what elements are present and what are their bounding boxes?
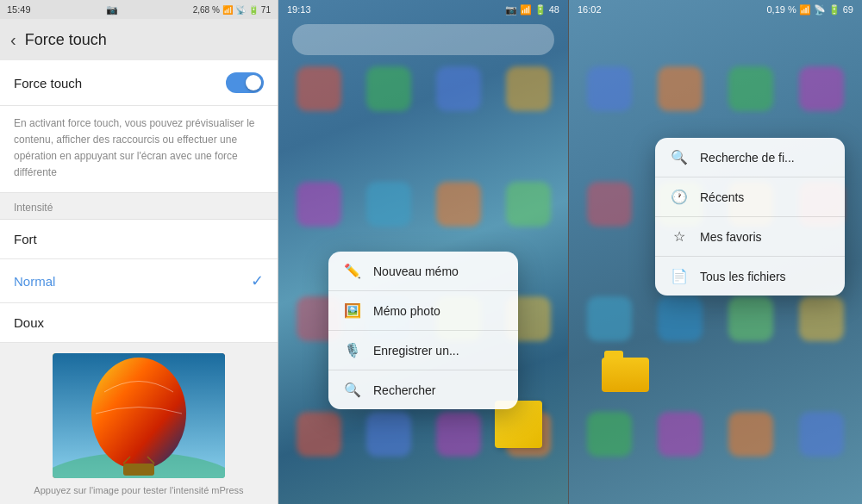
- intensity-section-header: Intensité: [0, 193, 278, 220]
- context-menu-p2: ✏️ Nouveau mémo 🖼️ Mémo photo 🎙️ Enregis…: [328, 252, 518, 409]
- app-icon[interactable]: [587, 296, 632, 341]
- description-block: En activant force touch, vous pouvez pré…: [0, 106, 278, 193]
- search-icon-p3: 🔍: [671, 149, 688, 165]
- app-icon[interactable]: [728, 412, 773, 457]
- app-icon[interactable]: [587, 182, 632, 227]
- option-fort-label: Fort: [14, 232, 37, 246]
- context-item-nouveau-memo[interactable]: ✏️ Nouveau mémo: [328, 252, 518, 291]
- folder-body: [602, 358, 649, 392]
- preview-area[interactable]: Appuyez sur l'image pour tester l'intens…: [0, 343, 278, 504]
- signal-p3: 📡: [814, 4, 826, 16]
- context-item-recents[interactable]: 🕐 Récents: [655, 177, 845, 217]
- app-screen-panel: 19:13 📷 📶 🔋 48 ✏️ Nouveau mémo: [278, 0, 569, 504]
- option-normal-label: Normal: [14, 274, 55, 289]
- camera-icon: 📷: [106, 4, 118, 16]
- context-item-mes-favoris[interactable]: ☆ Mes favoris: [655, 217, 845, 257]
- svg-point-2: [91, 358, 186, 470]
- battery-level-p3: 69: [843, 4, 853, 15]
- force-touch-toggle-row[interactable]: Force touch: [0, 60, 278, 106]
- signal-icon: 📡: [235, 5, 246, 15]
- app-icon[interactable]: [587, 66, 632, 111]
- search-icon-p2: 🔍: [344, 382, 361, 398]
- wifi-p2: 📶: [520, 4, 532, 16]
- star-icon: ☆: [671, 228, 688, 245]
- force-touch-label: Force touch: [14, 76, 82, 90]
- preview-image[interactable]: [53, 353, 225, 478]
- context-label-recherche-fi: Recherche de fi...: [700, 151, 795, 165]
- app-icon[interactable]: [436, 412, 481, 457]
- description-text: En activant force touch, vous pouvez pré…: [14, 117, 254, 178]
- option-doux-label: Doux: [14, 315, 44, 330]
- edit-icon: ✏️: [344, 263, 361, 279]
- mic-icon: 🎙️: [344, 342, 361, 358]
- wifi-icon: 📶: [222, 5, 233, 15]
- battery-icon: 🔋: [248, 5, 259, 15]
- app-icon[interactable]: [658, 66, 703, 111]
- battery-level-p1: 71: [261, 5, 271, 15]
- yellow-folder-icon[interactable]: [602, 351, 649, 392]
- context-item-tous-fichiers[interactable]: 📄 Tous les fichiers: [655, 257, 845, 296]
- back-button[interactable]: ‹: [10, 30, 16, 50]
- context-menu-p3: 🔍 Recherche de fi... 🕐 Récents ☆ Mes fav…: [655, 138, 845, 296]
- context-label-tous-fichiers: Tous les fichiers: [700, 270, 786, 283]
- context-item-recherche-fi[interactable]: 🔍 Recherche de fi...: [655, 138, 845, 177]
- settings-header: ‹ Force touch: [0, 19, 278, 60]
- intensity-label: Intensité: [14, 202, 53, 214]
- app-icon[interactable]: [658, 296, 703, 341]
- status-bar-p1: 15:49 📷 2,68 % 📶 📡 🔋 71: [0, 0, 278, 19]
- context-label-enregistrer: Enregistrer un...: [373, 344, 459, 358]
- app-icon[interactable]: [799, 412, 844, 457]
- context-label-mes-favoris: Mes favoris: [700, 230, 762, 244]
- context-label-nouveau-memo: Nouveau mémo: [373, 264, 459, 278]
- app-icon[interactable]: [658, 412, 703, 457]
- battery-p2: 🔋: [534, 4, 547, 16]
- svg-rect-3: [123, 464, 154, 476]
- app-icon[interactable]: [506, 66, 551, 111]
- option-normal[interactable]: Normal ✓: [0, 259, 278, 303]
- battery-p3: 🔋: [828, 4, 840, 16]
- context-item-enregistrer[interactable]: 🎙️ Enregistrer un...: [328, 331, 518, 370]
- time-p2: 19:13: [287, 4, 311, 15]
- wifi-p3: 📶: [799, 4, 811, 16]
- file-icon: 📄: [671, 268, 688, 284]
- app-icon[interactable]: [728, 296, 773, 341]
- context-item-rechercher[interactable]: 🔍 Rechercher: [328, 370, 518, 409]
- app-icon[interactable]: [436, 66, 481, 111]
- time-p3: 16:02: [578, 4, 602, 15]
- app-icon[interactable]: [366, 66, 411, 111]
- preview-caption: Appuyez sur l'image pour tester l'intens…: [30, 485, 247, 495]
- app-icon[interactable]: [587, 412, 632, 457]
- photo-icon: 🖼️: [344, 302, 361, 319]
- battery-level-p2: 48: [549, 4, 559, 15]
- option-fort[interactable]: Fort: [0, 220, 278, 259]
- option-doux[interactable]: Doux: [0, 303, 278, 343]
- status-icons-p2: 📷 📶 🔋 48: [505, 4, 559, 16]
- force-touch-toggle[interactable]: [226, 72, 264, 93]
- pct-p3: 0,19 %: [767, 4, 796, 15]
- context-label-memo-photo: Mémo photo: [373, 304, 440, 318]
- app-icon[interactable]: [297, 182, 341, 227]
- app-icon[interactable]: [366, 412, 411, 457]
- time-p1: 15:49: [7, 4, 31, 15]
- status-icons-p1: 2,68 % 📶 📡 🔋 71: [193, 5, 271, 15]
- app-icon[interactable]: [436, 182, 481, 227]
- signal-text: 2,68 %: [193, 5, 220, 15]
- app-icon[interactable]: [297, 412, 341, 457]
- app-icon[interactable]: [799, 296, 844, 341]
- selected-checkmark: ✓: [251, 271, 264, 290]
- clock-icon: 🕐: [671, 189, 688, 205]
- app-icon[interactable]: [366, 182, 411, 227]
- app-icon[interactable]: [297, 66, 341, 111]
- context-label-rechercher: Rechercher: [373, 383, 435, 397]
- status-bar-p2: 19:13 📷 📶 🔋 48: [278, 0, 568, 19]
- photo-icon-p2: 📷: [505, 4, 517, 16]
- settings-panel: 15:49 📷 2,68 % 📶 📡 🔋 71 ‹ Force touch Fo…: [0, 0, 278, 504]
- app-icon[interactable]: [506, 182, 551, 227]
- app-icon[interactable]: [799, 66, 844, 111]
- context-item-memo-photo[interactable]: 🖼️ Mémo photo: [328, 291, 518, 331]
- status-icons-p3: 0,19 % 📶 📡 🔋 69: [767, 4, 854, 16]
- page-title: Force touch: [25, 31, 107, 49]
- search-bar-p2[interactable]: [292, 24, 554, 55]
- status-bar-p3: 16:02 0,19 % 📶 📡 🔋 69: [569, 0, 862, 19]
- app-icon[interactable]: [728, 66, 773, 111]
